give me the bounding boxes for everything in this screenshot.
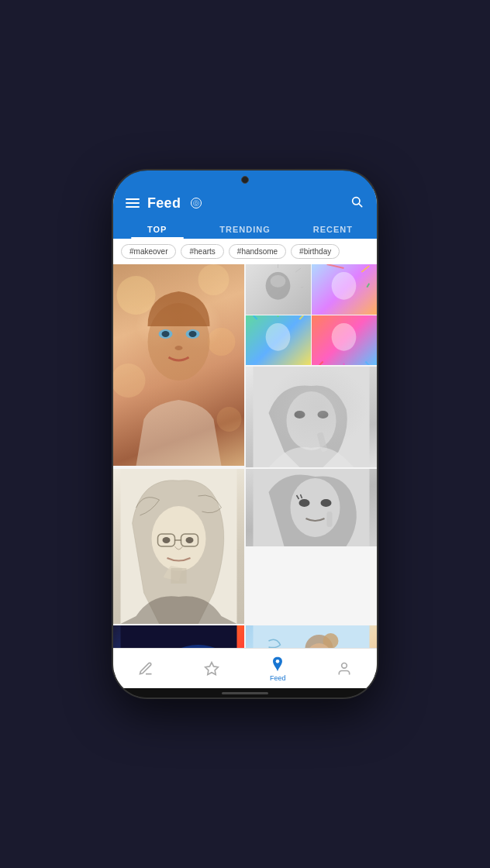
svg-rect-47 [327, 512, 333, 527]
feed-badge: ⓪ [191, 198, 202, 208]
svg-point-40 [163, 537, 171, 543]
nav-item-favorites[interactable] [195, 658, 229, 680]
nav-label-feed: Feed [270, 674, 286, 682]
svg-point-12 [175, 346, 183, 350]
svg-point-10 [162, 331, 170, 337]
svg-rect-48 [121, 625, 237, 648]
image-bw-mid[interactable] [246, 469, 377, 546]
svg-point-3 [198, 264, 229, 295]
svg-point-63 [341, 663, 347, 668]
svg-point-4 [208, 328, 236, 356]
tab-top[interactable]: TOP [113, 219, 201, 239]
menu-button[interactable] [126, 198, 140, 208]
tabs-bar: TOP TRENDING RECENT [113, 219, 377, 239]
image-sketch-large[interactable] [113, 469, 244, 624]
svg-point-26 [332, 322, 357, 350]
tab-trending[interactable]: TRENDING [201, 219, 288, 239]
svg-line-25 [299, 315, 303, 319]
home-bar [113, 688, 377, 698]
svg-rect-42 [171, 568, 187, 584]
mini-image-color-3[interactable] [312, 315, 377, 366]
search-button[interactable] [349, 194, 364, 212]
svg-point-14 [271, 275, 286, 288]
hashtag-makeover[interactable]: #makeover [121, 244, 176, 259]
svg-point-2 [117, 276, 156, 315]
mini-image-color-2[interactable] [246, 315, 311, 366]
svg-line-23 [254, 315, 257, 319]
hashtag-handsome[interactable]: #handsome [229, 244, 286, 259]
svg-point-33 [318, 411, 329, 418]
svg-point-31 [287, 391, 336, 450]
svg-line-16 [295, 268, 301, 272]
hashtag-hearts[interactable]: #hearts [181, 244, 223, 259]
content-area [113, 264, 377, 648]
svg-point-5 [113, 363, 146, 398]
svg-point-32 [295, 411, 305, 418]
svg-line-19 [327, 264, 344, 268]
svg-point-45 [299, 499, 310, 507]
image-portrait-large[interactable] [113, 264, 244, 466]
svg-point-41 [186, 537, 194, 543]
header-left: Feed ⓪ [126, 195, 202, 212]
svg-point-11 [189, 331, 197, 337]
svg-point-44 [291, 478, 340, 537]
svg-line-21 [367, 284, 369, 288]
mini-image-color-1[interactable] [312, 264, 377, 315]
nav-item-profile[interactable] [327, 658, 361, 680]
svg-point-62 [276, 660, 280, 663]
front-camera [241, 176, 249, 184]
hashtag-birthday[interactable]: #birthday [291, 244, 340, 259]
svg-point-46 [321, 499, 332, 507]
svg-marker-61 [205, 662, 218, 674]
svg-line-29 [365, 361, 369, 365]
home-indicator [222, 692, 268, 694]
tab-recent[interactable]: RECENT [289, 219, 377, 239]
image-sketch-right[interactable] [246, 367, 377, 467]
phone-screen: Feed ⓪ TOP TRENDING RECENT #makeover #he… [113, 189, 377, 688]
app-title: Feed [147, 195, 181, 212]
image-grid [113, 264, 377, 648]
svg-rect-34 [317, 432, 328, 452]
nav-item-feed[interactable]: Feed [260, 653, 295, 685]
svg-line-20 [361, 266, 369, 272]
image-fire-art[interactable] [113, 625, 244, 648]
image-grid-colorful[interactable] [246, 264, 377, 365]
hashtag-row: #makeover #hearts #handsome #birthday [113, 239, 377, 264]
bottom-nav: Feed [113, 648, 377, 688]
app-header: Feed ⓪ [113, 189, 377, 219]
svg-line-1 [359, 204, 362, 207]
svg-rect-30 [254, 367, 370, 467]
svg-point-6 [217, 407, 242, 432]
status-bar [113, 170, 377, 189]
nav-item-edit[interactable] [129, 658, 163, 680]
svg-line-27 [319, 361, 323, 365]
phone-frame: Feed ⓪ TOP TRENDING RECENT #makeover #he… [113, 170, 377, 698]
image-color-girl[interactable] [246, 625, 377, 648]
svg-point-18 [332, 272, 357, 300]
mini-image-bw-1[interactable] [246, 264, 311, 315]
svg-point-22 [266, 322, 291, 350]
